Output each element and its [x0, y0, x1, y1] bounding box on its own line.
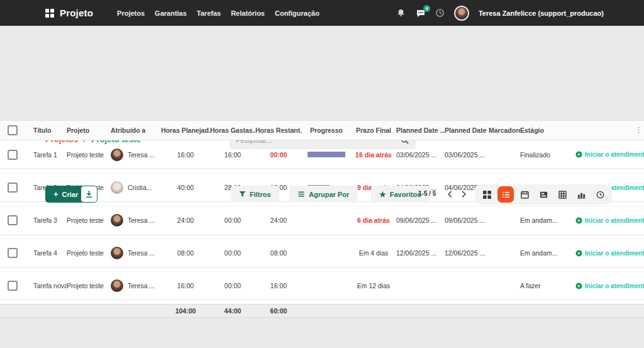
- cell-horas-planejadas: 08:00: [161, 249, 210, 257]
- cell-planned-date-1: 03/06/2025 ...: [396, 151, 445, 159]
- start-service-link[interactable]: Iniciar o atendimento: [575, 250, 644, 257]
- assignee-avatar: [111, 247, 123, 259]
- view-chart-icon[interactable]: [573, 186, 589, 203]
- table-row[interactable]: Tarefa 3 Projeto teste Teresa ... 24:00 …: [0, 206, 644, 235]
- col-projeto[interactable]: Projeto: [67, 126, 111, 134]
- assignee-avatar: [111, 214, 123, 227]
- cell-planned-date-1: 09/06/2025 ...: [396, 216, 445, 224]
- view-calendar-icon[interactable]: [516, 186, 533, 203]
- app-brand[interactable]: Projeto: [45, 8, 93, 18]
- cell-atribuido: Cristia...: [111, 181, 161, 194]
- cell-horas-gastas: 00:00: [210, 249, 255, 257]
- download-icon: [85, 190, 93, 198]
- cell-estagio: A fazer: [520, 282, 575, 289]
- col-atribuido[interactable]: Atribuído a: [111, 126, 161, 134]
- filters-button[interactable]: Filtros: [231, 186, 279, 203]
- assignee-avatar: [111, 149, 123, 161]
- pagination-prev-icon[interactable]: [444, 188, 455, 199]
- cell-horas-planejadas: 16:00: [161, 151, 210, 159]
- play-circle-icon: [575, 217, 582, 224]
- row-checkbox[interactable]: [8, 182, 18, 193]
- notifications-bell-icon[interactable]: [396, 8, 407, 19]
- topbar: Projeto Projetos Garantias Tarefas Relat…: [0, 0, 644, 26]
- top-navigation: Projetos Garantias Tarefas Relatórios Co…: [117, 9, 319, 17]
- cell-atribuido: Teresa ...: [111, 247, 161, 259]
- cell-horas-restantes: 24:00: [255, 216, 302, 224]
- cell-atribuido: Teresa ...: [111, 149, 161, 161]
- nav-item-relatorios[interactable]: Relatórios: [231, 9, 265, 17]
- col-planned-date-2[interactable]: Planned Date ...: [445, 126, 489, 134]
- progress-bar: [308, 250, 345, 256]
- play-circle-icon: [575, 151, 582, 158]
- assignee-avatar: [111, 279, 123, 292]
- cell-horas-restantes: 00:00: [255, 151, 302, 159]
- view-time-icon[interactable]: [592, 186, 608, 203]
- nav-item-tarefas[interactable]: Tarefas: [197, 9, 221, 17]
- view-kanban-icon[interactable]: [535, 186, 552, 203]
- total-horas-restantes: 60:00: [255, 307, 302, 315]
- cell-horas-planejadas: 40:00: [161, 184, 210, 191]
- col-estagio[interactable]: Estágio: [520, 126, 575, 134]
- user-avatar[interactable]: [454, 6, 469, 21]
- cell-estagio: Em andam...: [520, 216, 575, 224]
- col-horas-gastas[interactable]: Horas Gastas...: [210, 126, 255, 134]
- cell-titulo[interactable]: Tarefa nova: [23, 282, 67, 289]
- col-marcadores[interactable]: Marcadores: [489, 126, 520, 134]
- nav-item-configuracao[interactable]: Configuração: [275, 9, 319, 17]
- cell-estagio: Finalizado: [520, 151, 575, 159]
- pagination-next-icon[interactable]: [458, 188, 469, 199]
- cell-planned-date-2: 09/06/2025 ...: [445, 216, 489, 224]
- cell-titulo[interactable]: Tarefa 1: [23, 151, 67, 159]
- row-checkbox[interactable]: [8, 150, 18, 160]
- view-list-icon[interactable]: [497, 186, 514, 203]
- progress-bar: [308, 218, 345, 223]
- col-titulo[interactable]: Título: [23, 126, 67, 134]
- cell-horas-gastas: 00:00: [210, 282, 255, 289]
- view-table-icon[interactable]: [554, 186, 570, 203]
- cell-projeto: Projeto teste: [67, 249, 111, 257]
- table-header: Título Projeto Atribuído a Horas Planeja…: [0, 120, 644, 140]
- apps-grid-icon: [45, 9, 54, 18]
- cell-projeto: Projeto teste: [67, 282, 111, 289]
- user-name[interactable]: Teresa Zanfelicce (support_producao): [479, 9, 604, 17]
- cell-planned-date-2: 03/06/2025 ...: [445, 151, 489, 159]
- start-service-link[interactable]: Iniciar o atendimento: [575, 217, 644, 224]
- assignee-avatar: [111, 181, 123, 194]
- col-planned-date-1[interactable]: Planned Date ...: [396, 126, 445, 134]
- cell-atribuido: Teresa ...: [111, 279, 161, 292]
- cell-horas-restantes: 16:00: [255, 282, 302, 289]
- start-service-link[interactable]: Iniciar o atendimento: [575, 283, 644, 289]
- app-title: Projeto: [60, 8, 93, 18]
- nav-item-projetos[interactable]: Projetos: [117, 9, 145, 17]
- cell-horas-planejadas: 24:00: [161, 216, 210, 224]
- col-horas-planejadas[interactable]: Horas Planejad...: [161, 126, 210, 134]
- nav-item-garantias[interactable]: Garantias: [155, 9, 187, 17]
- page-background: [0, 318, 644, 348]
- topbar-right: 4 Teresa Zanfelicce (support_producao): [396, 6, 604, 21]
- progress-bar: [308, 283, 345, 289]
- column-options-icon[interactable]: ⋮: [635, 126, 642, 133]
- chat-icon[interactable]: 4: [415, 8, 426, 19]
- view-grid-icon[interactable]: [479, 186, 495, 203]
- total-horas-planejadas: 104:00: [161, 307, 210, 315]
- row-checkbox[interactable]: [8, 215, 18, 225]
- col-prazo-final[interactable]: Prazo Final: [351, 126, 396, 134]
- cell-titulo[interactable]: Tarefa 4: [23, 249, 67, 257]
- page-content: Projetos / Projeto teste + Criar Filtros…: [0, 120, 644, 348]
- cell-titulo[interactable]: Tarefa 3: [23, 216, 67, 224]
- table-row[interactable]: Tarefa 4 Projeto teste Teresa ... 08:00 …: [0, 239, 644, 267]
- select-all-checkbox[interactable]: [8, 125, 18, 135]
- totals-row: 104:00 44:00 60:00: [0, 304, 644, 318]
- star-icon: ★: [379, 191, 386, 198]
- group-by-button[interactable]: Agrupar Por: [289, 186, 357, 203]
- table-row[interactable]: Tarefa nova Projeto teste Teresa ... 16:…: [0, 271, 644, 300]
- start-service-link[interactable]: Iniciar o atendimento: [575, 151, 644, 158]
- export-button[interactable]: [80, 186, 97, 203]
- cell-estagio: Em andam...: [520, 249, 575, 257]
- row-checkbox[interactable]: [8, 248, 18, 258]
- col-progresso[interactable]: Progresso: [302, 126, 351, 134]
- plus-icon: +: [53, 189, 58, 199]
- col-horas-restantes[interactable]: Horas Restant...: [255, 126, 302, 134]
- row-checkbox[interactable]: [8, 281, 18, 291]
- history-clock-icon[interactable]: [435, 8, 446, 19]
